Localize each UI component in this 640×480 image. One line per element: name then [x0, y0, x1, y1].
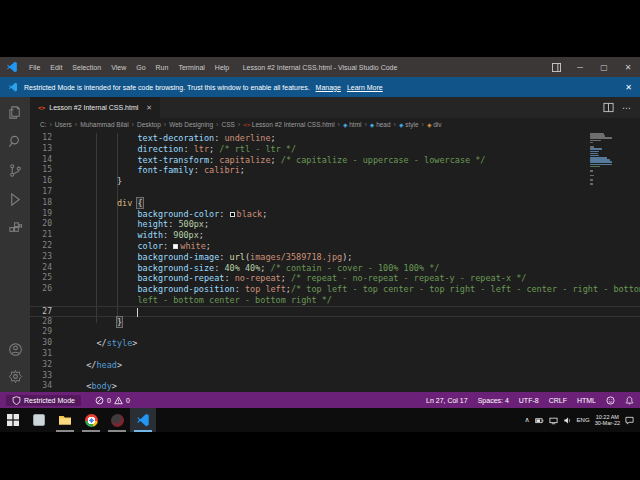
explorer-icon[interactable]	[8, 105, 23, 120]
tab-lesson-2-internal-css[interactable]: <> Lesson #2 Internal CSS.html ✕	[30, 97, 160, 118]
code-line[interactable]: 16 }	[30, 176, 640, 187]
problems-status[interactable]: 0 0	[89, 395, 136, 406]
maximize-button[interactable]: ▢	[592, 57, 616, 77]
code-line[interactable]: 25 background-repeat: no-repeat; /* repe…	[30, 273, 640, 284]
breadcrumb-item[interactable]: Muhammad Bilal	[80, 121, 128, 128]
battery-icon[interactable]	[535, 416, 544, 425]
breadcrumb-item[interactable]: <> Lesson #2 Internal CSS.html	[243, 121, 334, 128]
encoding[interactable]: UTF-8	[519, 397, 539, 404]
menu-edit[interactable]: Edit	[45, 64, 67, 71]
code-editor[interactable]: 12 text-decoration: underline;13 directi…	[30, 131, 640, 392]
breadcrumb-item[interactable]: ◈ head	[370, 121, 391, 128]
breadcrumb-item[interactable]: ◈ style	[399, 121, 419, 128]
network-icon[interactable]	[549, 416, 558, 425]
code-line[interactable]: 14 text-transform: capitalize; /* capita…	[30, 155, 640, 166]
color-swatch[interactable]	[173, 244, 178, 249]
code-line[interactable]: 13 direction: ltr; /* rtl - ltr */	[30, 144, 640, 155]
code-line[interactable]: 23 background-image: url(images/3589718.…	[30, 252, 640, 263]
line-number: 32	[30, 360, 52, 371]
language-indicator[interactable]: ENG	[577, 417, 590, 423]
code-line[interactable]: 26 background-position: top left;/* top …	[30, 284, 640, 295]
code-line[interactable]: 28 }	[30, 317, 640, 328]
menu-view[interactable]: View	[106, 64, 131, 71]
code-line[interactable]: 32 </head>	[30, 360, 640, 371]
action-center-icon[interactable]	[625, 416, 634, 425]
breadcrumb-item[interactable]: ◈ div	[427, 121, 442, 128]
code-line[interactable]: 33	[30, 371, 640, 382]
tray-expand-icon[interactable]: ∧	[524, 416, 529, 424]
breadcrumb-item[interactable]: ◈ html	[343, 121, 362, 128]
banner-close-icon[interactable]: ✕	[625, 83, 632, 92]
manage-link[interactable]: Manage	[316, 84, 341, 91]
menu-run[interactable]: Run	[151, 64, 174, 71]
menu-go[interactable]: Go	[131, 64, 150, 71]
minimize-button[interactable]: ─	[568, 57, 592, 77]
indentation[interactable]: Spaces: 4	[478, 397, 509, 404]
notifications-bell-icon[interactable]	[625, 396, 634, 405]
run-debug-icon[interactable]	[8, 192, 23, 207]
settings-icon[interactable]	[8, 369, 23, 384]
windows-taskbar: ∧ ENG 10:22 AM 30-Mar-22	[0, 408, 640, 432]
color-swatch[interactable]	[230, 212, 235, 217]
eol-sequence[interactable]: CRLF	[549, 397, 567, 404]
breadcrumb-item[interactable]: CSS	[221, 121, 234, 128]
code-line[interactable]: 30 </style>	[30, 338, 640, 349]
status-bar: Restricted Mode 0 0 Ln 27, Col 17Spaces:…	[0, 392, 640, 408]
cursor-position[interactable]: Ln 27, Col 17	[426, 397, 468, 404]
code-line[interactable]: 31	[30, 349, 640, 360]
code-line[interactable]: 24 background-size: 40% 40%; /* contain …	[30, 263, 640, 274]
language-mode[interactable]: HTML	[577, 397, 596, 404]
code-line[interactable]: 19 background-color: black;	[30, 209, 640, 220]
menu-selection[interactable]: Selection	[67, 64, 106, 71]
taskbar-clock[interactable]: 10:22 AM 30-Mar-22	[595, 414, 620, 427]
search-icon[interactable]	[8, 134, 23, 149]
code-line[interactable]: 22 color: white;	[30, 241, 640, 252]
code-line[interactable]: 34 <body>	[30, 381, 640, 392]
layout-toggle-icon[interactable]	[544, 57, 568, 77]
menu-terminal[interactable]: Terminal	[173, 64, 209, 71]
restricted-mode-status[interactable]: Restricted Mode	[6, 395, 81, 406]
vscode-logo-icon	[6, 61, 18, 73]
minimap[interactable]	[590, 133, 614, 186]
code-line[interactable]: 15 font-family: calibri;	[30, 165, 640, 176]
minimap-line	[590, 148, 602, 150]
taskbar-chrome-icon[interactable]	[78, 408, 104, 432]
start-button[interactable]	[0, 408, 26, 432]
breadcrumb: C:›Users›Muhammad Bilal›Desktop›Web Desi…	[30, 118, 640, 131]
code-line[interactable]: 20 height: 500px;	[30, 219, 640, 230]
tab-label: Lesson #2 Internal CSS.html	[49, 104, 138, 111]
code-line[interactable]: left - bottom center - bottom right */	[30, 295, 640, 306]
text-cursor	[137, 308, 138, 317]
learn-more-link[interactable]: Learn More	[347, 84, 383, 91]
code-line-active[interactable]: 27	[30, 306, 640, 317]
breadcrumb-item[interactable]: Desktop	[137, 121, 161, 128]
code-line[interactable]: 21 width: 900px;	[30, 230, 640, 241]
account-icon[interactable]	[8, 342, 23, 357]
code-line[interactable]: 12 text-decoration: underline;	[30, 133, 640, 144]
extensions-icon[interactable]	[8, 221, 23, 236]
source-control-icon[interactable]	[8, 163, 23, 178]
taskbar-app-generic-icon[interactable]	[26, 408, 52, 432]
more-actions-icon[interactable]: ⋯	[622, 103, 632, 113]
breadcrumb-item[interactable]: Users	[55, 121, 72, 128]
taskbar-dark-browser-icon[interactable]	[104, 408, 130, 432]
code-line[interactable]: 29	[30, 327, 640, 338]
menu-file[interactable]: File	[24, 64, 45, 71]
close-window-button[interactable]: ✕	[616, 57, 640, 77]
breadcrumb-separator: ›	[132, 121, 134, 128]
breadcrumb-symbol-icon: <>	[243, 122, 252, 128]
volume-icon[interactable]	[563, 416, 572, 425]
breadcrumb-item[interactable]: Web Designing	[169, 121, 213, 128]
feedback-icon[interactable]	[606, 396, 615, 405]
taskbar-vscode-icon[interactable]	[130, 408, 156, 432]
split-editor-icon[interactable]	[603, 99, 614, 117]
taskbar-file-explorer-icon[interactable]	[52, 408, 78, 432]
breadcrumb-item[interactable]: C:	[40, 121, 47, 128]
breadcrumb-separator: ›	[365, 121, 367, 128]
line-number: 30	[30, 338, 52, 349]
code-line[interactable]: 17	[30, 187, 640, 198]
tab-close-icon[interactable]: ✕	[146, 104, 152, 112]
code-line[interactable]: 18 div {	[30, 198, 640, 209]
line-number: 21	[30, 230, 52, 241]
menu-help[interactable]: Help	[210, 64, 234, 71]
